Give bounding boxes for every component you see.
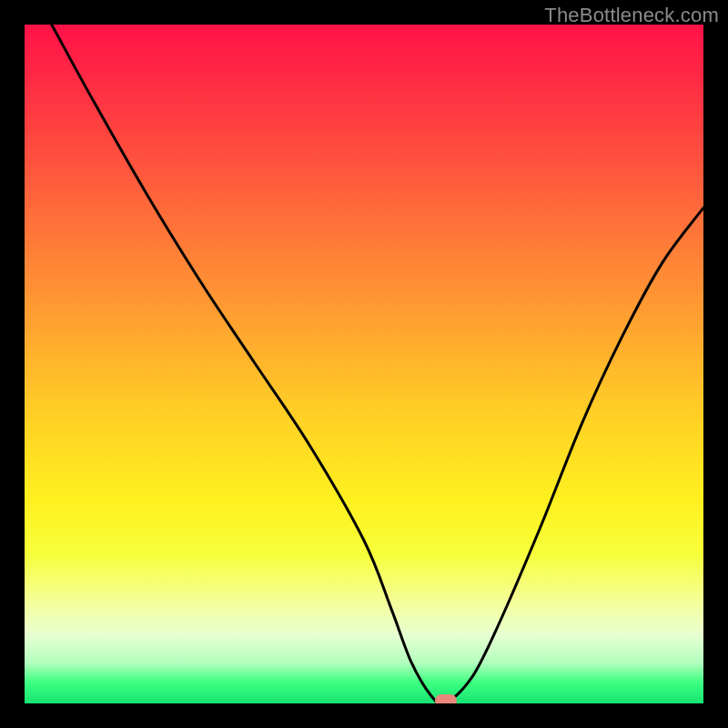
chart-frame: TheBottleneck.com	[0, 0, 728, 728]
attribution-text: TheBottleneck.com	[544, 4, 719, 27]
minimum-marker	[435, 694, 457, 703]
plot-area	[25, 25, 703, 703]
bottleneck-curve	[25, 25, 703, 703]
